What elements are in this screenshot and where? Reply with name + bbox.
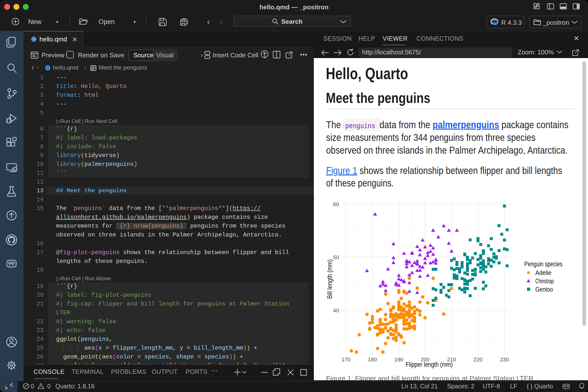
svg-text:Penguin species: Penguin species xyxy=(524,260,562,268)
svg-text:Chinstrap: Chinstrap xyxy=(535,278,554,284)
svg-text:190: 190 xyxy=(394,356,404,362)
svg-text:Bill length (mm): Bill length (mm) xyxy=(326,260,334,299)
svg-text:Adelie: Adelie xyxy=(535,269,552,276)
svg-text:Flipper length (mm): Flipper length (mm) xyxy=(406,361,453,368)
svg-text:40: 40 xyxy=(333,308,339,314)
svg-text:Gentoo: Gentoo xyxy=(535,286,553,293)
svg-text:230: 230 xyxy=(500,356,509,362)
svg-text:170: 170 xyxy=(342,356,350,362)
svg-text:50: 50 xyxy=(333,254,339,260)
svg-text:220: 220 xyxy=(474,356,483,362)
svg-text:60: 60 xyxy=(333,201,339,207)
svg-text:180: 180 xyxy=(368,356,377,362)
